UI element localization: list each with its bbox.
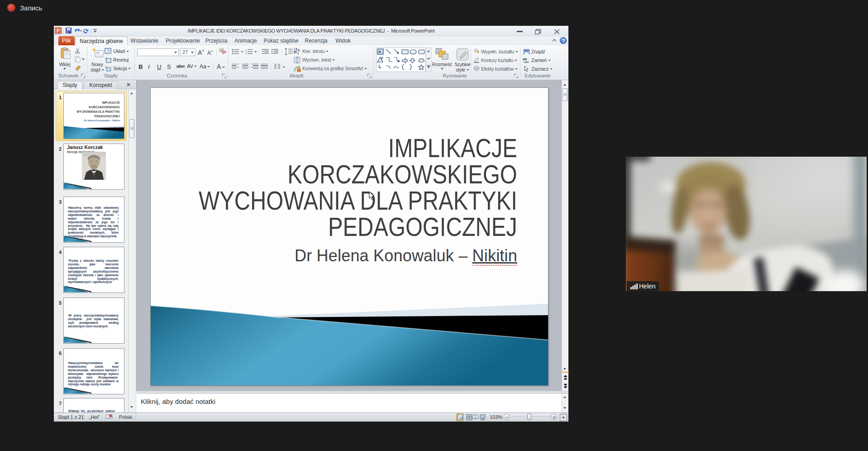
svg-text:A: A [297,48,300,52]
svg-text:3: 3 [245,53,247,55]
svg-text:A: A [378,50,381,54]
svg-text:A9: A9 [220,49,224,52]
svg-text:ac: ac [525,60,529,63]
